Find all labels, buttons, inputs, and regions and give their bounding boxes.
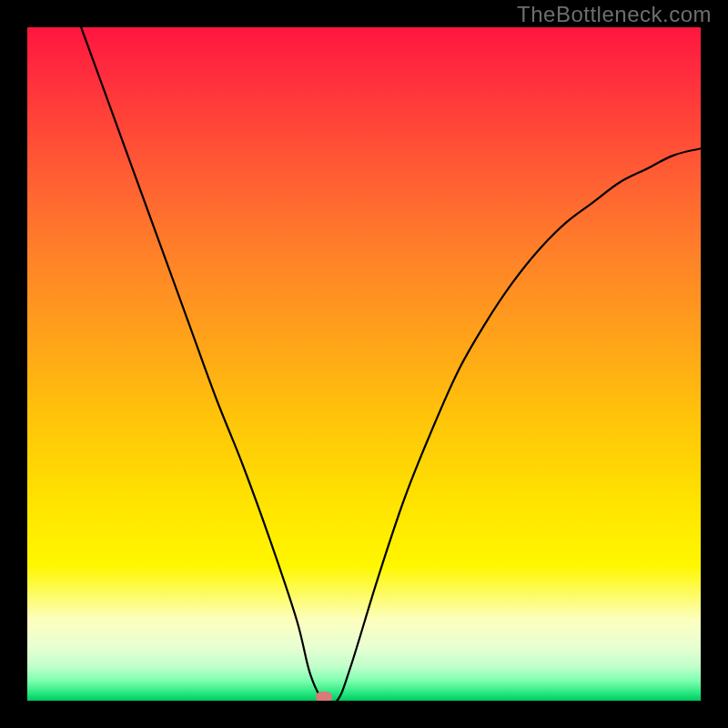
curve-svg: [27, 27, 701, 701]
chart-frame: TheBottleneck.com: [0, 0, 728, 728]
minimum-marker: [316, 692, 332, 701]
plot-area: [27, 27, 701, 701]
watermark-text: TheBottleneck.com: [517, 2, 712, 27]
bottleneck-curve: [81, 27, 701, 701]
